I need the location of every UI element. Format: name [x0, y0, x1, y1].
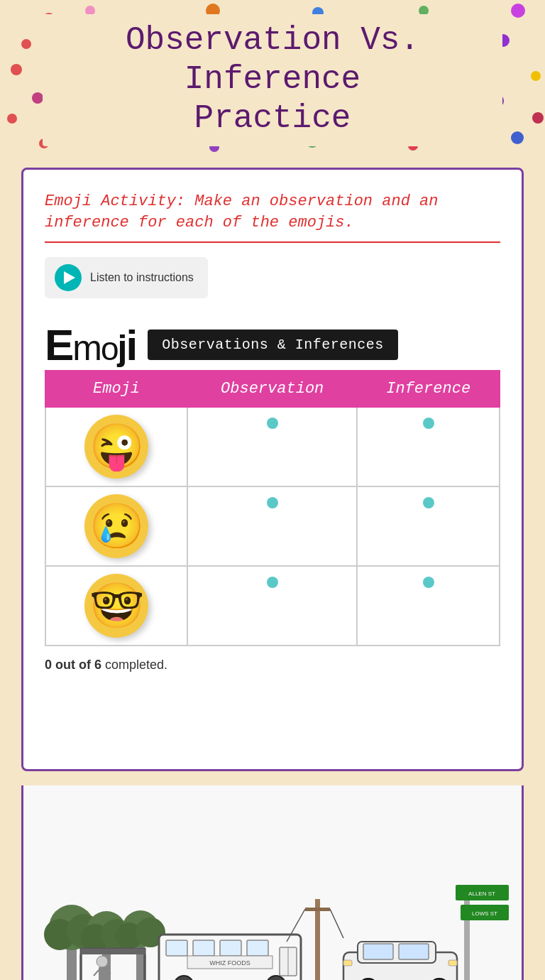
inference-cell-3	[357, 566, 500, 646]
obs-inf-badge: Observations & Inferences	[148, 330, 398, 360]
street-illustration: WHIZ FOODS	[23, 785, 522, 980]
emoji-table: Emoji Observation Inference 😜	[45, 370, 500, 646]
emoji-face-3: 🤓	[84, 574, 148, 638]
teal-dot	[267, 418, 278, 429]
main-card: Emoji Activity: Make an observation and …	[21, 168, 524, 771]
listen-button[interactable]: Listen to instructions	[45, 257, 208, 298]
activity-instruction: Emoji Activity: Make an observation and …	[45, 191, 500, 244]
play-icon	[55, 264, 82, 291]
svg-rect-56	[305, 908, 330, 911]
svg-text:LOWS ST: LOWS ST	[472, 910, 497, 917]
table-row: 🤓	[45, 566, 500, 646]
observation-cell-3	[187, 566, 357, 646]
svg-point-20	[97, 956, 108, 967]
svg-rect-28	[193, 940, 214, 956]
svg-rect-17	[81, 949, 145, 954]
teal-dot	[267, 497, 278, 508]
svg-rect-49	[448, 960, 457, 966]
svg-rect-55	[315, 899, 320, 980]
svg-rect-43	[399, 944, 429, 959]
emoji-cell-2: 😢	[45, 486, 187, 566]
emoji-word: Emoji	[45, 320, 136, 370]
observation-cell-1	[187, 407, 357, 486]
completed-count: 0 out of 6	[45, 658, 101, 672]
inference-cell-2	[357, 486, 500, 566]
table-row: 😢	[45, 486, 500, 566]
street-scene: WHIZ FOODS	[21, 785, 524, 980]
page-title: Observation Vs. Inference Practice	[71, 21, 474, 139]
svg-rect-29	[220, 940, 241, 956]
observation-cell-2	[187, 486, 357, 566]
emoji-section-header: Emoji Observations & Inferences	[45, 320, 500, 370]
col-header-inference: Inference	[357, 371, 500, 407]
listen-button-label: Listen to instructions	[90, 271, 194, 284]
inference-cell-1	[357, 407, 500, 486]
teal-dot	[423, 577, 434, 588]
title-line2: Practice	[194, 100, 351, 137]
svg-text:ALLEN ST: ALLEN ST	[468, 891, 495, 897]
svg-rect-48	[343, 960, 352, 966]
svg-rect-21	[99, 967, 106, 980]
teal-dot	[423, 418, 434, 429]
svg-rect-30	[247, 940, 268, 956]
svg-text:WHIZ FOODS: WHIZ FOODS	[209, 959, 251, 967]
play-triangle	[64, 271, 75, 284]
col-header-emoji: Emoji	[45, 371, 187, 407]
title-box: Observation Vs. Inference Practice	[43, 14, 502, 146]
teal-dot	[267, 577, 278, 588]
completed-suffix: completed.	[101, 658, 167, 672]
emoji-cell-1: 😜	[45, 407, 187, 486]
col-header-observation: Observation	[187, 371, 357, 407]
svg-rect-27	[166, 940, 187, 956]
title-line1: Observation Vs. Inference	[126, 22, 419, 98]
table-row: 😜	[45, 407, 500, 486]
svg-rect-42	[363, 944, 393, 959]
emoji-face-1: 😜	[84, 415, 148, 479]
teal-dot	[423, 497, 434, 508]
header-area: Observation Vs. Inference Practice	[0, 0, 545, 160]
street-scene-inner: WHIZ FOODS	[23, 785, 522, 980]
emoji-face-2: 😢	[84, 494, 148, 558]
completed-text: 0 out of 6 completed.	[45, 658, 500, 673]
emoji-cell-3: 🤓	[45, 566, 187, 646]
